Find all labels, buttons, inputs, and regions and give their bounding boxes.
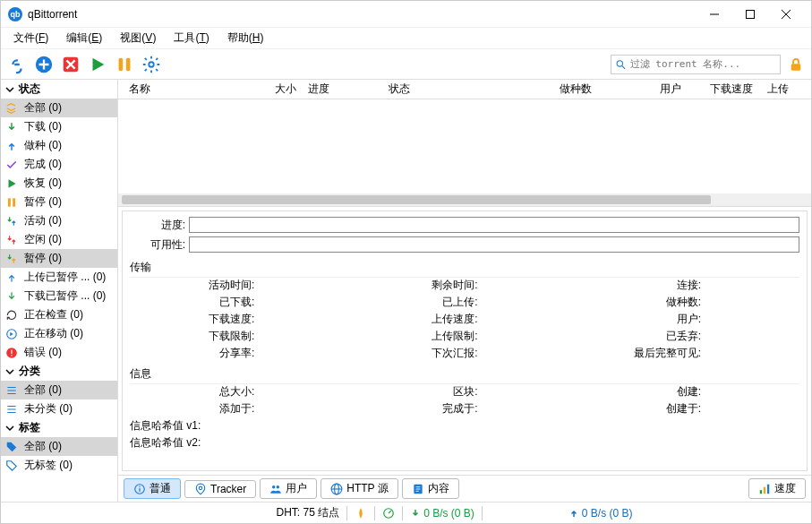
d-wasted: 已丢弃: [577, 329, 799, 344]
svg-rect-11 [791, 64, 801, 71]
svg-rect-17 [11, 355, 12, 356]
detail-panel: 进度: 可用性: 传输 活动时间: 剩余时间: 连接: 已下载: 已上传: 做种… [122, 210, 808, 471]
col-status[interactable]: 状态 [383, 82, 509, 97]
menu-tools[interactable]: 工具(T) [165, 29, 218, 47]
menubar: 文件(F) 编辑(E) 视图(V) 工具(T) 帮助(H) [1, 28, 811, 49]
settings-button[interactable] [141, 54, 162, 75]
d-hash2: 信息哈希值 v2: [130, 435, 799, 451]
sidebar-status-inactive[interactable]: 空闲 (0) [1, 230, 117, 249]
filter-search[interactable] [611, 55, 781, 74]
svg-rect-7 [126, 57, 131, 71]
sidebar-status-checking[interactable]: 正在检查 (0) [1, 305, 117, 324]
filter-input[interactable] [630, 58, 776, 70]
col-upspeed[interactable]: 上传 [759, 82, 795, 97]
sidebar-category-uncategorized[interactable]: 未分类 (0) [1, 399, 117, 418]
sidebar-status-upload-paused[interactable]: 上传已暂停 ... (0) [1, 268, 117, 287]
status-dht: DHT: 75 结点 [276, 505, 339, 520]
pause-button[interactable] [114, 54, 135, 75]
close-button[interactable] [768, 2, 804, 27]
sidebar-status-errored[interactable]: 错误 (0) [1, 343, 117, 362]
tab-peers[interactable]: 用户 [260, 478, 317, 499]
svg-line-10 [622, 65, 625, 68]
add-torrent-button[interactable] [33, 54, 55, 75]
sidebar: 状态 全部 (0) 下载 (0) 做种 (0) 完成 (0) 恢复 (0) 暂停… [1, 80, 118, 502]
sidebar-category-header[interactable]: 分类 [1, 362, 117, 381]
detail-progress-label: 进度: [130, 218, 185, 233]
remove-button[interactable] [60, 54, 81, 75]
d-activetime: 活动时间: [130, 278, 353, 293]
menu-file[interactable]: 文件(F) [4, 29, 57, 47]
status-upload-speed[interactable]: 0 B/s (0 B) [568, 507, 633, 520]
sidebar-status-downloading[interactable]: 下载 (0) [1, 117, 117, 136]
tab-general[interactable]: 普通 [124, 478, 181, 499]
svg-point-21 [199, 486, 202, 490]
d-createdby: 创建于: [577, 401, 799, 417]
sidebar-tag-all[interactable]: 全部 (0) [1, 437, 117, 456]
d-ratio: 分享率: [130, 346, 353, 361]
sidebar-category-all[interactable]: 全部 (0) [1, 381, 117, 399]
sidebar-status-completed[interactable]: 完成 (0) [1, 155, 117, 174]
torrent-table-header: 名称 大小 进度 状态 做种数 用户 下载速度 上传 [118, 80, 811, 99]
d-ulspeed: 上传速度: [353, 312, 576, 327]
horizontal-scrollbar[interactable] [118, 193, 811, 206]
svg-rect-29 [764, 486, 765, 494]
tab-content[interactable]: 内容 [402, 478, 459, 499]
d-peers: 用户: [577, 312, 799, 327]
d-dlspeed: 下载速度: [130, 312, 353, 327]
sidebar-status-seeding[interactable]: 做种 (0) [1, 136, 117, 155]
menu-edit[interactable]: 编辑(E) [57, 29, 111, 47]
detail-avail-bar [189, 236, 799, 253]
resume-button[interactable] [87, 54, 108, 75]
sidebar-status-all[interactable]: 全部 (0) [1, 99, 117, 117]
d-next: 下次汇报: [353, 346, 576, 361]
menu-view[interactable]: 视图(V) [111, 29, 165, 47]
tab-http[interactable]: HTTP 源 [321, 478, 397, 499]
torrent-table-body [118, 99, 811, 207]
svg-rect-13 [13, 198, 15, 206]
col-dlspeed[interactable]: 下载速度 [688, 82, 759, 97]
titlebar: qb qBittorrent [1, 1, 811, 28]
add-link-button[interactable] [6, 54, 28, 75]
content-area: 名称 大小 进度 状态 做种数 用户 下载速度 上传 进度: 可用性: 传输 活… [118, 80, 811, 502]
status-download-speed[interactable]: 0 B/s (0 B) [410, 507, 474, 520]
menu-help[interactable]: 帮助(H) [218, 29, 273, 47]
sidebar-status-download-paused[interactable]: 下载已暂停 ... (0) [1, 287, 117, 305]
d-hash1: 信息哈希值 v1: [130, 418, 799, 434]
detail-tabs: 普通 Tracker 用户 HTTP 源 内容 速度 [118, 475, 811, 502]
sidebar-status-header[interactable]: 状态 [1, 80, 117, 99]
detail-progress-bar [189, 217, 799, 233]
d-addedon: 添加于: [130, 401, 353, 417]
detail-avail-label: 可用性: [130, 237, 185, 253]
d-uploaded: 已上传: [353, 295, 576, 310]
sidebar-status-stalled[interactable]: 暂停 (0) [1, 249, 117, 268]
d-pieces: 区块: [353, 384, 576, 399]
d-completedon: 完成于: [353, 401, 576, 417]
alt-speed-icon[interactable] [382, 507, 395, 520]
lock-button[interactable] [786, 55, 806, 74]
statusbar: DHT: 75 结点 0 B/s (0 B) 0 B/s (0 B) [1, 502, 811, 523]
minimize-button[interactable] [697, 2, 732, 27]
col-name[interactable]: 名称 [124, 82, 267, 97]
sidebar-status-paused[interactable]: 暂停 (0) [1, 193, 117, 211]
svg-rect-16 [11, 349, 12, 354]
svg-rect-1 [747, 10, 755, 18]
tab-tracker[interactable]: Tracker [184, 480, 256, 498]
sidebar-status-resumed[interactable]: 恢复 (0) [1, 174, 117, 193]
search-icon [615, 58, 627, 71]
col-progress[interactable]: 进度 [303, 82, 383, 97]
sidebar-status-active[interactable]: 活动 (0) [1, 211, 117, 230]
col-peers[interactable]: 用户 [598, 82, 688, 97]
detail-transfer-header: 传输 [130, 258, 799, 278]
window-title: qBittorrent [28, 8, 697, 21]
d-totalsize: 总大小: [130, 384, 353, 399]
sidebar-tag-header[interactable]: 标签 [1, 418, 117, 437]
sidebar-status-moving[interactable]: 正在移动 (0) [1, 324, 117, 343]
svg-rect-20 [139, 485, 140, 486]
maximize-button[interactable] [732, 2, 768, 27]
firewall-icon[interactable] [355, 507, 367, 520]
tab-speed[interactable]: 速度 [748, 478, 806, 499]
col-seeds[interactable]: 做种数 [509, 82, 598, 97]
toolbar [1, 49, 811, 80]
sidebar-tag-untagged[interactable]: 无标签 (0) [1, 456, 117, 475]
col-size[interactable]: 大小 [267, 82, 303, 97]
